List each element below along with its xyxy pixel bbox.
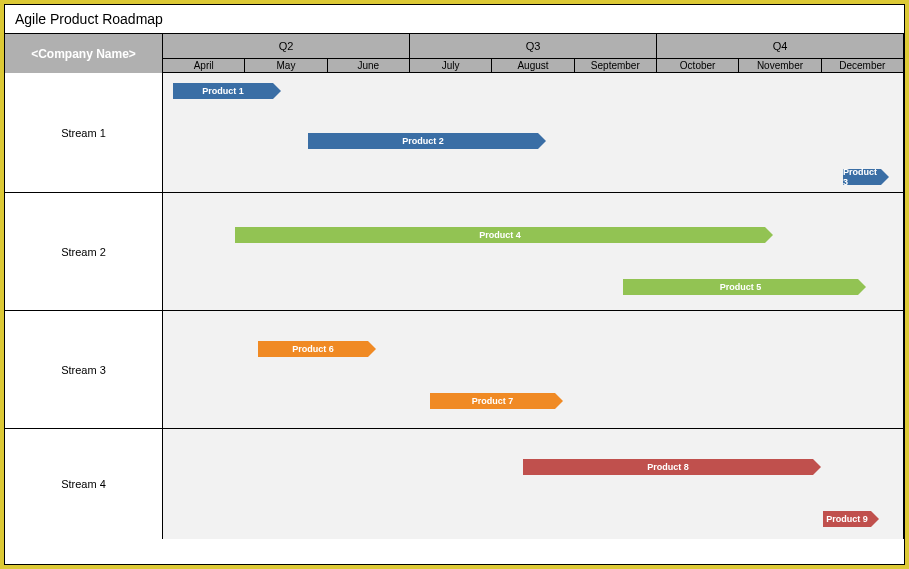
product-bar[interactable]: Product 2 (308, 133, 538, 149)
month-cell: November (739, 59, 821, 73)
month-cell: September (575, 59, 657, 73)
month-cell: August (492, 59, 574, 73)
stream-label: Stream 1 (5, 73, 163, 193)
product-bar[interactable]: Product 5 (623, 279, 858, 295)
product-bar[interactable]: Product 4 (235, 227, 765, 243)
page-title: Agile Product Roadmap (5, 5, 904, 33)
month-cell: April (163, 59, 245, 73)
stream-lane: Product 4 Product 5 (163, 193, 904, 311)
month-cell: May (245, 59, 327, 73)
quarter-cell: Q3 (410, 33, 657, 59)
product-bar[interactable]: Product 9 (823, 511, 871, 527)
stream-row: Stream 1 Product 1 Product 2 Product 3 (5, 73, 904, 193)
product-bar[interactable]: Product 3 (843, 169, 881, 185)
quarter-cell: Q4 (657, 33, 904, 59)
stream-label: Stream 4 (5, 429, 163, 539)
quarter-cell: Q2 (163, 33, 410, 59)
header-grid: <Company Name> Q2 Q3 Q4 April May June J… (5, 33, 904, 73)
stream-lane: Product 1 Product 2 Product 3 (163, 73, 904, 193)
month-cell: July (410, 59, 492, 73)
stream-row: Stream 4 Product 8 Product 9 (5, 429, 904, 539)
company-name-cell[interactable]: <Company Name> (5, 33, 163, 73)
stream-label: Stream 2 (5, 193, 163, 311)
product-bar[interactable]: Product 7 (430, 393, 555, 409)
product-bar[interactable]: Product 8 (523, 459, 813, 475)
stream-lane: Product 6 Product 7 (163, 311, 904, 429)
month-cell: December (822, 59, 904, 73)
stream-label: Stream 3 (5, 311, 163, 429)
month-cell: June (328, 59, 410, 73)
stream-row: Stream 2 Product 4 Product 5 (5, 193, 904, 311)
stream-row: Stream 3 Product 6 Product 7 (5, 311, 904, 429)
roadmap-sheet: Agile Product Roadmap <Company Name> Q2 … (4, 4, 905, 565)
product-bar[interactable]: Product 1 (173, 83, 273, 99)
stream-lane: Product 8 Product 9 (163, 429, 904, 539)
product-bar[interactable]: Product 6 (258, 341, 368, 357)
month-cell: October (657, 59, 739, 73)
